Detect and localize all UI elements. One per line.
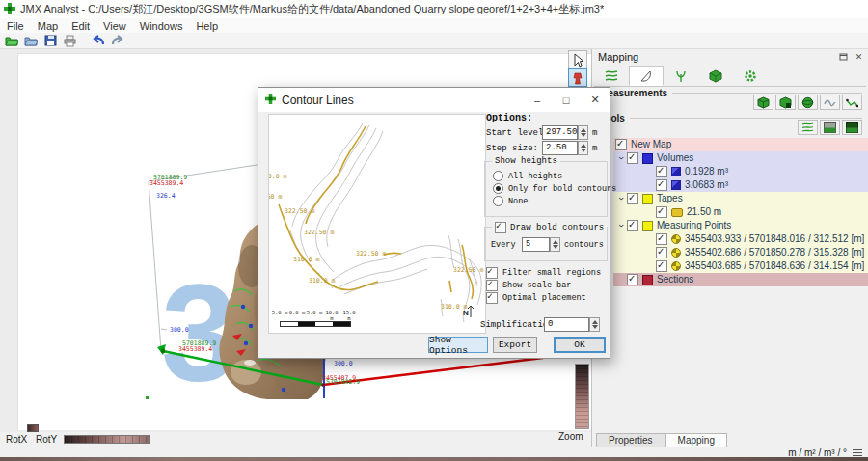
tab-properties[interactable]: Properties: [596, 433, 665, 447]
tree-item-checkbox[interactable]: [656, 206, 667, 218]
tree-item-checkbox[interactable]: [627, 220, 638, 231]
radio-only-bold[interactable]: Only for bold contours: [493, 183, 616, 194]
close-button[interactable]: ✕: [581, 88, 610, 112]
area-dark-button[interactable]: [842, 120, 862, 135]
tree-item-checkbox[interactable]: [656, 247, 667, 258]
tree-item[interactable]: ›Measuring Points: [613, 219, 868, 232]
tree-item[interactable]: ›Volumes: [613, 151, 868, 165]
radio-icon-selected[interactable]: [493, 183, 503, 194]
export-button[interactable]: Export: [493, 337, 537, 353]
tape-item-icon: [671, 208, 683, 217]
volume-cut-button[interactable]: [775, 95, 796, 110]
radio-icon[interactable]: [493, 171, 503, 181]
units-menu-icon[interactable]: [853, 449, 862, 456]
every-input[interactable]: 5: [522, 237, 550, 252]
radio-all-heights[interactable]: All heights: [493, 171, 562, 181]
simplification-spinner[interactable]: [589, 317, 600, 332]
simplification-input[interactable]: 0: [544, 317, 589, 332]
tree-item-checkbox[interactable]: [656, 166, 667, 177]
radio-label: None: [508, 197, 528, 206]
start-level-input[interactable]: 297.50: [542, 125, 578, 140]
maximize-button[interactable]: □: [552, 88, 581, 112]
tree-item[interactable]: 3455403.685 / 5701848.636 / 314.154 [m]: [613, 259, 868, 273]
expander-icon[interactable]: ›: [614, 152, 628, 164]
tab-gear[interactable]: [733, 66, 768, 86]
every-spinner[interactable]: [550, 237, 560, 252]
measurement-buttons: [753, 95, 862, 110]
ok-button[interactable]: OK: [554, 337, 606, 353]
marker-tool-button[interactable]: [568, 68, 587, 87]
tree-item-checkbox[interactable]: [627, 152, 638, 164]
tree-item[interactable]: 21.50 m: [613, 205, 868, 219]
undo-icon[interactable]: [90, 34, 106, 48]
menu-file[interactable]: File: [0, 20, 31, 32]
dialog-title-bar[interactable]: Contour Lines – □ ✕: [258, 88, 610, 112]
contour-lines-button[interactable]: [798, 120, 818, 135]
menu-windows[interactable]: Windows: [133, 20, 190, 32]
volume-sphere-button[interactable]: [798, 95, 818, 110]
menu-edit[interactable]: Edit: [65, 20, 96, 32]
optimal-placement-checkbox[interactable]: [486, 292, 498, 304]
tree-item[interactable]: 0.1928 m³: [613, 165, 868, 178]
draw-bold-contours-checkbox[interactable]: [495, 222, 506, 233]
scale-bar-label: 15.0 m: [340, 310, 358, 321]
tree-item-checkbox[interactable]: [627, 193, 638, 204]
radio-none[interactable]: None: [493, 196, 528, 206]
tree-item-checkbox[interactable]: [627, 274, 638, 285]
tree-item[interactable]: New Map: [613, 138, 868, 151]
tree-item[interactable]: 3455403.933 / 5701848.016 / 312.512 [m]: [613, 232, 868, 246]
redo-icon[interactable]: [109, 34, 125, 48]
tree-item-checkbox[interactable]: [656, 260, 667, 272]
tree-item[interactable]: 3.0683 m³: [613, 178, 868, 192]
start-level-spinner[interactable]: [578, 125, 588, 140]
rot-slider[interactable]: [64, 435, 150, 444]
tree-item[interactable]: ›Tapes: [613, 192, 868, 205]
show-scale-bar-row[interactable]: Show scale bar: [486, 280, 571, 291]
show-options-button[interactable]: Show Options: [428, 337, 488, 353]
step-size-spinner[interactable]: [578, 141, 588, 155]
filter-small-regions-row[interactable]: Filter small regions: [486, 267, 601, 279]
tab-polygon[interactable]: [629, 66, 664, 86]
contour-height-label: 310.0 m: [309, 277, 335, 285]
tree-item[interactable]: 3455402.686 / 5701850.278 / 315.328 [m]: [613, 246, 868, 259]
step-size-input[interactable]: 2.50: [542, 141, 578, 155]
close-icon[interactable]: ✕: [853, 52, 865, 62]
tree-item-checkbox[interactable]: [615, 139, 627, 150]
cursor-tool-button[interactable]: [568, 50, 587, 68]
rot-slider-thumb[interactable]: [27, 424, 39, 432]
expander-icon[interactable]: ›: [614, 220, 628, 231]
optimal-placement-row[interactable]: Optimal placement: [486, 292, 586, 304]
point-item-icon: [671, 261, 681, 271]
radio-icon[interactable]: [493, 196, 503, 206]
title-bar: JMX Analyst - C:/Users/郑江/Desktop/3GSM软件…: [0, 0, 868, 18]
tab-slope-lines[interactable]: [594, 66, 629, 86]
tree-item-checkbox[interactable]: [656, 179, 667, 191]
volume-cube-button[interactable]: [753, 95, 773, 110]
zoom-slider[interactable]: [575, 364, 589, 429]
area-split-button[interactable]: [820, 120, 840, 135]
menu-help[interactable]: Help: [189, 20, 225, 32]
contour-height-label: 310.0 m: [269, 173, 286, 180]
tree-item[interactable]: Sections: [613, 273, 868, 286]
save-icon[interactable]: [42, 34, 59, 48]
window-edge: [0, 457, 868, 461]
open-folder-blue-icon[interactable]: [23, 34, 40, 48]
print-icon[interactable]: [62, 34, 78, 48]
expander-icon[interactable]: ›: [614, 193, 628, 204]
tab-cube[interactable]: [698, 66, 733, 86]
tab-plant[interactable]: [664, 66, 698, 86]
scale-bar: 5.0 m0.0 m5.0 m10.0 m15.0 m: [271, 310, 358, 327]
tab-mapping[interactable]: Mapping: [665, 433, 727, 447]
tree-item-checkbox[interactable]: [656, 233, 667, 245]
polyline-button[interactable]: [842, 95, 862, 110]
open-folder-green-icon[interactable]: [4, 34, 20, 48]
menu-map[interactable]: Map: [31, 20, 65, 32]
rotation-controls: RotX RotY: [0, 432, 590, 447]
rotx-label: RotX: [6, 434, 27, 445]
contour-lines-icon: [801, 122, 814, 133]
minimize-button[interactable]: –: [523, 88, 552, 112]
contour-height-label: 322.50 m: [285, 207, 314, 215]
profile-gray-button[interactable]: [820, 95, 840, 110]
float-window-icon[interactable]: [837, 52, 850, 63]
menu-view[interactable]: View: [96, 20, 133, 32]
